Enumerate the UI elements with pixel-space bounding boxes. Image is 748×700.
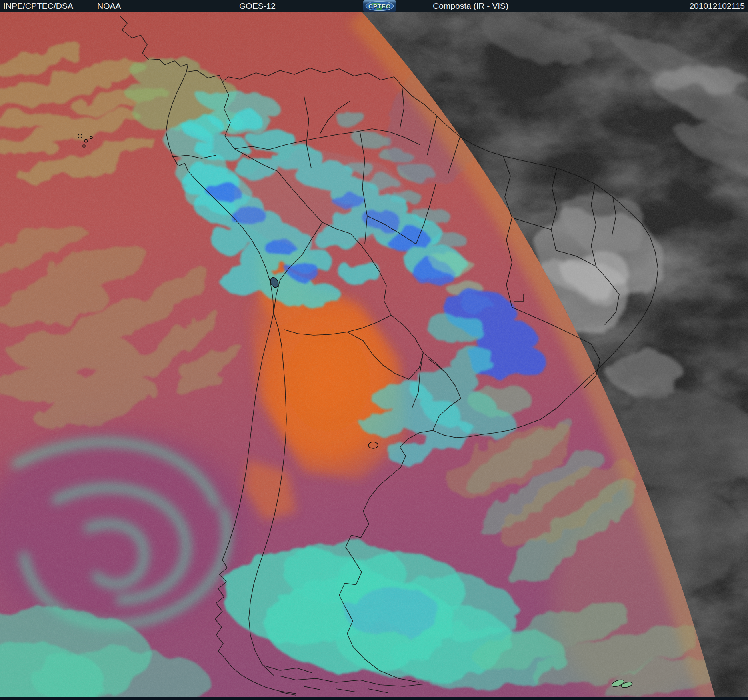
noise-overlay <box>0 12 748 700</box>
cptec-logo: CPTEC <box>363 0 396 12</box>
product-label: Composta (IR - VIS) <box>433 1 508 11</box>
satellite-label: GOES-12 <box>239 1 276 11</box>
noaa-label: NOAA <box>97 1 121 11</box>
timestamp-label: 201012102115 <box>689 1 745 11</box>
goes-satellite-viewer: INPE/CPTEC/DSA NOAA GOES-12 CPTEC Compos… <box>0 0 748 700</box>
satellite-image <box>0 0 748 700</box>
agency-label: INPE/CPTEC/DSA <box>3 1 73 11</box>
header-bar: INPE/CPTEC/DSA NOAA GOES-12 CPTEC Compos… <box>0 0 748 12</box>
bottom-strip <box>0 697 748 700</box>
cptec-logo-text: CPTEC <box>368 3 391 10</box>
